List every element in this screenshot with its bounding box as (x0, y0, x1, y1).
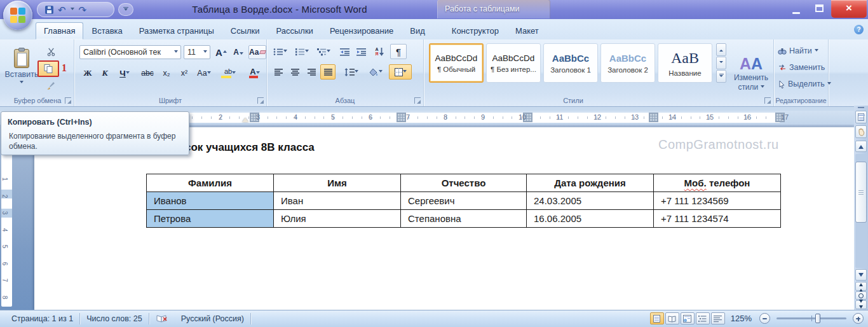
table-column-marker[interactable] (397, 113, 406, 122)
help-button[interactable]: ? (854, 25, 864, 34)
scrollbar-thumb[interactable] (855, 162, 867, 223)
bullets-button[interactable] (271, 44, 290, 59)
previous-page-button[interactable] (855, 282, 867, 291)
underline-dropdown-arrow[interactable] (126, 71, 130, 76)
cell[interactable]: +7 111 1234574 (654, 210, 781, 228)
paragraph-dialog-launcher[interactable] (414, 97, 421, 104)
outline-view-button[interactable] (696, 312, 710, 324)
style-card-zagolovok-1[interactable]: AaBbCc Заголовок 1 (543, 43, 598, 83)
styles-scroll-down-button[interactable] (716, 57, 726, 69)
change-styles-button[interactable]: AA Изменить стили (731, 43, 771, 102)
tab-recenzirovanie[interactable]: Рецензирование (322, 22, 402, 39)
table-column-marker[interactable] (649, 113, 658, 122)
restore-button[interactable] (811, 3, 827, 14)
borders-button[interactable] (389, 64, 412, 80)
student-table[interactable]: Фамилия Имя Отчество Дата рождения Моб. … (146, 174, 781, 228)
highlight-dropdown-arrow[interactable] (232, 71, 236, 76)
styles-gallery-more-button[interactable] (716, 70, 726, 83)
replace-button[interactable]: Заменить (778, 60, 825, 74)
strikethrough-button[interactable]: abc (138, 66, 157, 81)
numbering-button[interactable] (292, 44, 311, 59)
sort-button[interactable]: АЯ (371, 44, 388, 59)
redo-icon[interactable]: ↷ (79, 5, 87, 15)
tab-razmetka-stranicy[interactable]: Разметка страницы (131, 22, 222, 39)
cell[interactable]: 16.06.2005 (527, 210, 654, 228)
clear-formatting-button[interactable]: Aa (248, 45, 266, 59)
tab-rassylki[interactable]: Рассылки (268, 22, 322, 39)
copy-button[interactable] (37, 60, 59, 77)
word-count[interactable]: Число слов: 25 (80, 314, 149, 323)
cell-selected[interactable]: Петрова (147, 210, 274, 228)
tab-vstavka[interactable]: Вставка (83, 22, 130, 39)
decrease-indent-button[interactable] (337, 44, 352, 59)
print-layout-view-button[interactable] (650, 312, 664, 324)
select-button[interactable]: Выделить (778, 77, 831, 91)
paste-button[interactable]: Вставить (5, 42, 38, 92)
header-imya[interactable]: Имя (274, 174, 401, 192)
show-paragraph-marks-button[interactable]: ¶ (390, 44, 407, 59)
header-data-rozhdeniya[interactable]: Дата рождения (527, 174, 654, 192)
align-left-button[interactable] (271, 64, 286, 80)
line-spacing-button[interactable] (341, 64, 362, 80)
shrink-font-button[interactable]: A (231, 45, 246, 59)
select-browse-object-button[interactable] (855, 291, 867, 300)
cell[interactable]: Юлия (274, 210, 401, 228)
paste-dropdown-arrow[interactable] (20, 81, 24, 85)
style-card-nazvanie[interactable]: AaB Название (658, 43, 712, 83)
superscript-button[interactable]: x² (176, 66, 193, 81)
zoom-level[interactable]: 125% (731, 314, 752, 323)
minimize-button[interactable] (788, 4, 804, 14)
styles-dialog-launcher[interactable] (764, 97, 771, 104)
styles-scroll-up-button[interactable] (716, 43, 726, 56)
bold-button[interactable]: Ж (79, 66, 96, 81)
scroll-down-button[interactable] (855, 269, 867, 281)
next-page-button[interactable] (855, 300, 867, 309)
multilevel-list-button[interactable] (314, 44, 333, 59)
scrollbar-track[interactable] (855, 154, 867, 268)
grow-font-button[interactable]: A (213, 45, 229, 59)
font-color-dropdown-arrow[interactable] (256, 71, 260, 76)
cell[interactable]: +7 111 1234569 (654, 192, 781, 210)
style-card-zagolovok-2[interactable]: AaBbCc Заголовок 2 (600, 43, 655, 83)
align-right-button[interactable] (304, 64, 319, 80)
zoom-slider-thumb[interactable] (815, 314, 820, 323)
font-size-combobox[interactable]: 11 (184, 45, 210, 59)
page-indicator[interactable]: Страница: 1 из 1 (5, 314, 79, 323)
header-otchestvo[interactable]: Отчество (401, 174, 527, 192)
view-ruler-toggle-button[interactable] (855, 111, 867, 123)
zoom-in-button[interactable] (853, 313, 864, 324)
full-screen-reading-view-button[interactable] (665, 312, 679, 324)
cell[interactable]: 24.03.2005 (527, 192, 654, 210)
change-case-button[interactable]: Aa (194, 66, 214, 81)
font-name-combobox[interactable]: Calibri (Основной тек (79, 45, 181, 59)
zoom-out-button[interactable] (759, 313, 770, 324)
style-card-obychnyj[interactable]: AaBbCcDd ¶ Обычный (429, 43, 484, 83)
format-painter-button[interactable] (41, 78, 61, 92)
cell[interactable]: Иван (274, 192, 401, 210)
pan-hand-button[interactable] (855, 125, 867, 138)
zoom-slider[interactable] (776, 317, 846, 319)
clipboard-dialog-launcher[interactable] (65, 97, 71, 104)
font-dialog-launcher[interactable] (257, 97, 264, 104)
indent-marker[interactable] (242, 115, 248, 122)
customize-qat-button[interactable] (118, 3, 133, 16)
web-layout-view-button[interactable] (681, 312, 695, 324)
underline-button[interactable]: Ч (114, 66, 135, 81)
tab-glavnaya[interactable]: Главная (36, 22, 83, 39)
justify-button[interactable] (320, 64, 336, 80)
cell[interactable]: Степановна (401, 210, 527, 228)
header-familiya[interactable]: Фамилия (147, 174, 274, 192)
subscript-button[interactable]: x₂ (158, 66, 175, 81)
header-mob-telefon[interactable]: Моб. телефон (654, 174, 781, 192)
shading-button[interactable] (365, 64, 386, 80)
tab-maket[interactable]: Макет (507, 22, 547, 39)
increase-indent-button[interactable] (353, 44, 369, 59)
italic-button[interactable]: К (97, 66, 112, 81)
save-icon[interactable] (45, 6, 53, 14)
spellcheck-status[interactable] (149, 314, 175, 323)
cell-selected[interactable]: Иванов (147, 192, 274, 210)
tab-vid[interactable]: Вид (402, 22, 433, 39)
vertical-ruler[interactable]: 12345678 (1, 129, 12, 307)
cell[interactable]: Сергеевич (401, 192, 527, 210)
find-button[interactable]: Найти (778, 44, 818, 58)
